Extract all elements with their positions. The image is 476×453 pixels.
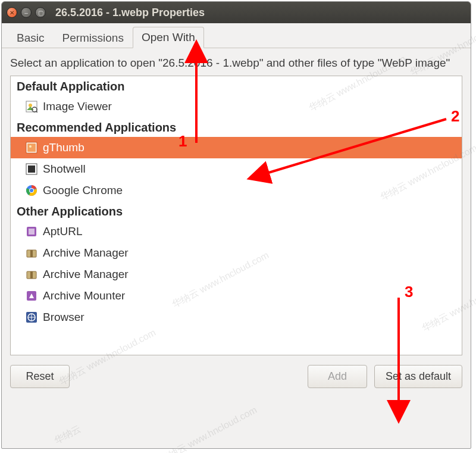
archive-mounter-icon <box>25 289 38 302</box>
app-row-archive-manager-2[interactable]: Archive Manager <box>11 264 462 285</box>
svg-point-11 <box>30 189 33 192</box>
app-row-browser[interactable]: Browser <box>11 307 462 328</box>
archive-manager-icon <box>25 246 38 260</box>
svg-rect-8 <box>28 165 35 173</box>
set-as-default-button[interactable]: Set as default <box>374 365 462 388</box>
recommended-applications-header: Recommended Applications <box>11 117 462 137</box>
svg-rect-15 <box>30 250 33 257</box>
app-row-image-viewer[interactable]: Image Viewer <box>11 96 462 117</box>
app-label: Archive Manager <box>43 268 129 281</box>
app-row-google-chrome[interactable]: Google Chrome <box>11 180 462 201</box>
app-row-archive-mounter[interactable]: Archive Mounter <box>11 285 462 307</box>
button-bar: Reset Add Set as default <box>2 355 471 398</box>
app-row-archive-manager[interactable]: Archive Manager <box>11 242 462 264</box>
chrome-icon <box>25 184 38 197</box>
apturl-icon <box>25 225 38 238</box>
gthumb-icon <box>25 141 38 154</box>
app-label: Google Chrome <box>43 184 123 197</box>
tab-basic[interactable]: Basic <box>8 27 53 48</box>
tab-bar: Basic Permissions Open With <box>2 23 471 48</box>
app-row-apturl[interactable]: AptURL <box>11 221 462 242</box>
app-label: Archive Manager <box>43 246 129 260</box>
default-application-header: Default Application <box>11 76 462 96</box>
svg-rect-5 <box>27 143 36 152</box>
shotwell-icon <box>25 163 38 176</box>
archive-manager-icon <box>25 268 38 281</box>
app-label: Archive Mounter <box>43 289 125 302</box>
svg-rect-17 <box>30 271 33 279</box>
maximize-icon[interactable]: ▢ <box>35 7 46 18</box>
svg-line-3 <box>36 111 37 113</box>
titlebar: ✕ – ▢ 26.5.2016 - 1.webp Properties <box>2 2 471 23</box>
app-label: Shotwell <box>43 163 86 176</box>
image-viewer-icon <box>25 100 38 113</box>
app-row-gthumb[interactable]: gThumb <box>11 137 462 158</box>
app-row-shotwell[interactable]: Shotwell <box>11 158 462 180</box>
close-icon[interactable]: ✕ <box>7 7 17 18</box>
properties-window: ✕ – ▢ 26.5.2016 - 1.webp Properties Basi… <box>1 1 471 449</box>
application-list[interactable]: Default Application Image Viewer Recomme… <box>10 76 462 355</box>
minimize-icon[interactable]: – <box>21 7 32 18</box>
svg-point-6 <box>29 145 32 148</box>
window-title: 26.5.2016 - 1.webp Properties <box>55 7 205 19</box>
app-label: AptURL <box>43 225 83 238</box>
reset-button[interactable]: Reset <box>10 365 70 388</box>
tab-open-with[interactable]: Open With <box>133 27 204 48</box>
instruction-text: Select an application to open "26.5.2016… <box>2 48 471 76</box>
app-label: Image Viewer <box>43 100 112 113</box>
app-label: Browser <box>43 311 84 324</box>
tab-permissions[interactable]: Permissions <box>53 27 132 48</box>
browser-icon <box>25 311 38 324</box>
add-button[interactable]: Add <box>308 365 367 388</box>
svg-rect-13 <box>29 229 35 235</box>
other-applications-header: Other Applications <box>11 201 462 221</box>
app-label: gThumb <box>43 141 84 154</box>
